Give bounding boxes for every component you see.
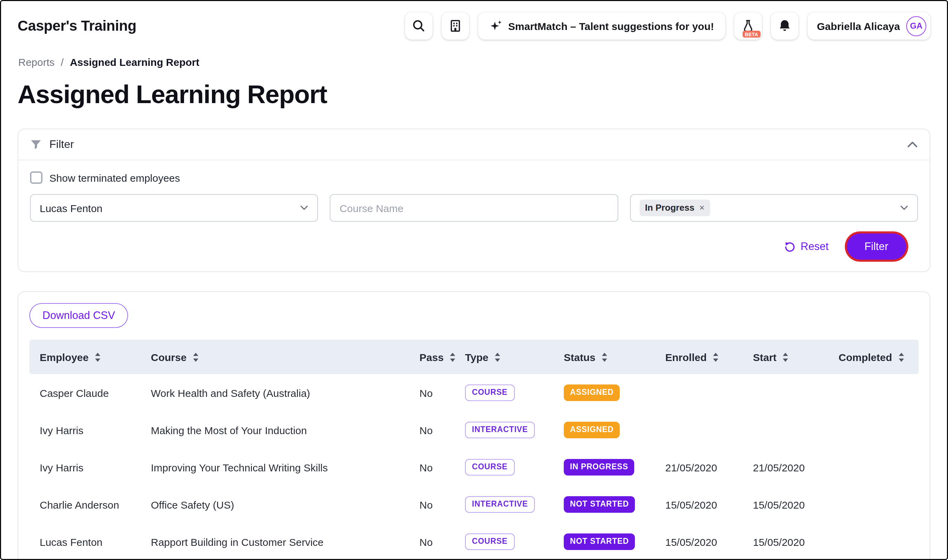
cell-pass: No	[420, 498, 465, 510]
cell-status: ASSIGNED	[564, 422, 665, 438]
cell-type: INTERACTIVE	[465, 496, 564, 513]
screenshot-frame: Casper's Training SmartMatch – Talent su…	[0, 0, 948, 560]
reset-button[interactable]: Reset	[784, 240, 829, 253]
table-row: Casper Claude Work Health and Safety (Au…	[29, 374, 919, 411]
beta-badge: BETA	[743, 31, 761, 38]
bell-icon	[777, 19, 791, 33]
sort-icon	[898, 352, 905, 362]
status-select[interactable]: In Progress ×	[630, 194, 918, 222]
show-terminated-label: Show terminated employees	[49, 172, 180, 183]
column-header[interactable]: Type	[465, 351, 564, 363]
organisation-button[interactable]	[441, 12, 469, 40]
employee-select-value: Lucas Fenton	[40, 202, 102, 214]
sort-icon	[192, 352, 199, 362]
filter-actions: Reset Filter	[30, 222, 918, 271]
cell-pass: No	[420, 462, 465, 473]
column-header[interactable]: Status	[564, 351, 665, 363]
search-button[interactable]	[405, 12, 432, 40]
table-row: Ivy Harris Making the Most of Your Induc…	[29, 411, 919, 449]
filter-header[interactable]: Filter	[18, 129, 930, 160]
employee-select[interactable]: Lucas Fenton	[30, 194, 318, 222]
status-badge: ASSIGNED	[564, 422, 620, 438]
filter-card: Filter Show terminated employees Lucas F…	[18, 129, 930, 272]
cell-course: Office Safety (US)	[151, 498, 420, 510]
building-icon	[448, 19, 462, 33]
status-badge: IN PROGRESS	[564, 459, 635, 475]
table-row: Charlie Anderson Office Safety (US) No I…	[29, 486, 919, 523]
cell-employee: Ivy Harris	[40, 424, 151, 436]
table-row: Lucas Fenton Rapport Building in Custome…	[29, 523, 919, 560]
filter-title: Filter	[49, 138, 74, 151]
report-card: Download CSV Employee Course Pass Type S…	[18, 291, 930, 560]
cell-status: NOT STARTED	[564, 534, 665, 550]
cell-status: NOT STARTED	[564, 496, 665, 513]
type-badge: COURSE	[465, 534, 514, 550]
column-header[interactable]: Start	[753, 351, 838, 363]
cell-pass: No	[420, 536, 465, 548]
breadcrumb: Reports / Assigned Learning Report	[1, 56, 947, 68]
filter-fields: Lucas Fenton In Progress ×	[30, 194, 918, 222]
cell-course: Improving Your Technical Writing Skills	[151, 462, 420, 473]
show-terminated-checkbox[interactable]: Show terminated employees	[30, 171, 180, 184]
column-header[interactable]: Course	[151, 351, 420, 363]
collapse-chevron-up-icon[interactable]	[907, 141, 918, 148]
reset-icon	[784, 241, 796, 252]
top-bar: Casper's Training SmartMatch – Talent su…	[1, 1, 947, 46]
type-badge: INTERACTIVE	[465, 422, 535, 438]
chevron-down-icon	[900, 205, 908, 211]
breadcrumb-current: Assigned Learning Report	[70, 56, 199, 68]
cell-start: 15/05/2020	[753, 536, 838, 548]
breadcrumb-reports[interactable]: Reports	[18, 56, 54, 68]
cell-type: COURSE	[465, 459, 564, 475]
sparkle-icon	[489, 19, 502, 32]
column-header[interactable]: Enrolled	[665, 351, 753, 363]
download-csv-button[interactable]: Download CSV	[29, 303, 128, 328]
reset-label: Reset	[801, 240, 829, 253]
app-title: Casper's Training	[18, 18, 136, 34]
filter-submit-button[interactable]: Filter	[846, 234, 906, 260]
sort-icon	[94, 352, 101, 362]
cell-type: COURSE	[465, 385, 564, 401]
column-header[interactable]: Pass	[420, 351, 465, 363]
cell-pass: No	[420, 424, 465, 436]
status-badge: ASSIGNED	[564, 385, 620, 401]
cell-enrolled: 15/05/2020	[665, 536, 753, 548]
course-name-input[interactable]	[330, 194, 618, 222]
sort-icon	[494, 352, 501, 362]
cell-course: Making the Most of Your Induction	[151, 424, 420, 436]
page-title: Assigned Learning Report	[1, 80, 947, 109]
chip-remove-icon[interactable]: ×	[699, 202, 704, 213]
smartmatch-label: SmartMatch – Talent suggestions for you!	[508, 20, 714, 32]
status-chip-label: In Progress	[645, 202, 694, 213]
sort-icon	[601, 352, 608, 362]
notifications-button[interactable]	[770, 12, 798, 40]
filter-body: Show terminated employees Lucas Fenton I…	[18, 160, 930, 271]
cell-employee: Casper Claude	[40, 387, 151, 398]
cell-enrolled: 15/05/2020	[665, 498, 753, 510]
type-badge: COURSE	[465, 385, 514, 401]
type-badge: COURSE	[465, 459, 514, 475]
cell-employee: Lucas Fenton	[40, 536, 151, 548]
smartmatch-button[interactable]: SmartMatch – Talent suggestions for you!	[478, 12, 725, 40]
cell-course: Work Health and Safety (Australia)	[151, 387, 420, 398]
status-badge: NOT STARTED	[564, 534, 635, 550]
table-row: Ivy Harris Improving Your Technical Writ…	[29, 449, 919, 486]
sort-icon	[782, 352, 789, 362]
cell-start: 21/05/2020	[753, 462, 838, 473]
breadcrumb-separator: /	[61, 56, 63, 68]
profile-menu[interactable]: Gabriella Alicaya GA	[807, 12, 930, 40]
column-header[interactable]: Completed	[838, 351, 908, 363]
user-name: Gabriella Alicaya	[817, 20, 900, 32]
status-chip: In Progress ×	[639, 200, 710, 216]
type-badge: INTERACTIVE	[465, 496, 535, 513]
column-header[interactable]: Employee	[40, 351, 151, 363]
labs-button[interactable]: BETA	[734, 12, 761, 40]
checkbox-box[interactable]	[30, 171, 42, 184]
sort-icon	[449, 352, 456, 362]
cell-employee: Ivy Harris	[40, 462, 151, 473]
cell-status: IN PROGRESS	[564, 459, 665, 475]
cell-status: ASSIGNED	[564, 385, 665, 401]
filter-funnel-icon	[30, 138, 42, 150]
cell-start: 15/05/2020	[753, 498, 838, 510]
cell-type: COURSE	[465, 534, 564, 550]
